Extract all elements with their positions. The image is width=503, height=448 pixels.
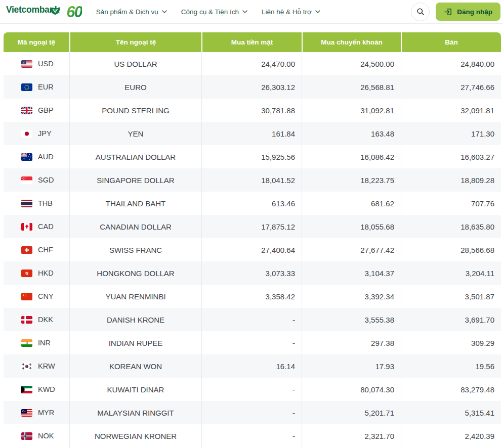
currency-code: INR <box>38 339 51 347</box>
rate-cash: - <box>201 424 302 447</box>
nav-item-label: Liên hệ & Hỗ trợ <box>262 8 312 16</box>
cn-flag-icon <box>21 293 32 300</box>
rate-cash: - <box>201 308 302 331</box>
in-flag-icon <box>21 339 32 347</box>
currency-name: DANISH KRONE <box>69 308 201 331</box>
dk-flag-icon <box>21 316 32 324</box>
rate-transfer: 80,074.30 <box>302 378 401 401</box>
rate-cash: 27,400.64 <box>201 238 302 261</box>
gb-flag-icon <box>21 107 32 114</box>
rate-transfer: 18,055.68 <box>302 215 401 238</box>
table-row: INR INDIAN RUPEE - 297.38 309.29 <box>4 331 501 354</box>
col-header-buy-cash: Mua tiền mặt <box>201 32 302 52</box>
kw-flag-icon <box>21 386 32 393</box>
rate-sell: 24,840.00 <box>401 52 501 75</box>
rate-transfer: 3,104.37 <box>302 261 401 285</box>
header-actions: Đăng nhập <box>411 3 500 21</box>
rate-transfer: 27,677.42 <box>302 238 401 261</box>
table-row: SGD SINGAPORE DOLLAR 18,041.52 18,223.75… <box>4 168 501 192</box>
currency-name: HONGKONG DOLLAR <box>69 261 201 285</box>
currency-code: KWD <box>38 385 55 393</box>
vietcombank-logo[interactable]: Vietcombank <box>6 6 59 18</box>
rate-cash: - <box>201 378 302 401</box>
rate-cash: - <box>201 401 302 424</box>
currency-cell: AUD <box>4 145 69 168</box>
currency-cell: KWD <box>4 378 69 401</box>
table-row: CNY YUAN RENMINBI 3,358.42 3,392.34 3,50… <box>4 285 501 308</box>
nav-item-tools[interactable]: Công cụ & Tiện ích <box>181 8 247 16</box>
login-icon <box>444 8 452 16</box>
currency-name: MALAYSIAN RINGGIT <box>69 401 201 424</box>
rate-sell: 19.56 <box>401 354 501 378</box>
currency-code: HKD <box>38 269 54 277</box>
currency-code: GBP <box>38 106 54 114</box>
rate-cash: 15,925.56 <box>201 145 302 168</box>
ca-flag-icon <box>21 223 32 231</box>
search-icon <box>416 8 425 16</box>
currency-code: EUR <box>38 83 54 91</box>
rate-cash: 16.14 <box>201 354 302 378</box>
kr-flag-icon <box>21 363 32 370</box>
jp-flag-icon <box>21 130 32 138</box>
currency-code: KRW <box>38 362 55 370</box>
table-row: THB THAILAND BAHT 613.46 681.62 707.76 <box>4 192 501 215</box>
rate-sell: 18,809.28 <box>401 168 501 192</box>
rate-sell: 3,691.70 <box>401 308 501 331</box>
rate-transfer: 2,321.70 <box>302 424 401 447</box>
rate-transfer: 681.62 <box>302 192 401 215</box>
nav-item-support[interactable]: Liên hệ & Hỗ trợ <box>262 8 320 16</box>
login-button-label: Đăng nhập <box>457 8 492 16</box>
rate-sell: 16,603.27 <box>401 145 501 168</box>
currency-code: JPY <box>38 129 52 138</box>
currency-name: US DOLLAR <box>69 52 201 75</box>
nav-item-label: Sản phẩm & Dịch vụ <box>96 8 158 16</box>
nav-item-products[interactable]: Sản phẩm & Dịch vụ <box>96 8 167 16</box>
rate-transfer: 31,092.81 <box>302 99 401 122</box>
col-header-currency-name: Tên ngoại tệ <box>69 32 201 52</box>
currency-code: MYR <box>38 409 54 417</box>
chevron-down-icon <box>162 10 167 13</box>
currency-cell: KRW <box>4 354 69 378</box>
rate-cash: 3,358.42 <box>201 285 302 308</box>
table-row: EUR EURO 26,303.12 26,568.81 27,746.66 <box>4 75 501 99</box>
rate-transfer: 26,568.81 <box>302 75 401 99</box>
currency-cell: MYR <box>4 401 69 424</box>
table-row: JPY YEN 161.84 163.48 171.30 <box>4 122 501 145</box>
rate-sell: 18,635.80 <box>401 215 501 238</box>
th-flag-icon <box>21 200 32 207</box>
login-button[interactable]: Đăng nhập <box>436 3 500 21</box>
col-header-sell: Bán <box>401 32 501 52</box>
rate-transfer: 3,392.34 <box>302 285 401 308</box>
currency-code: CNY <box>38 292 54 300</box>
currency-name: YEN <box>69 122 201 145</box>
currency-cell: DKK <box>4 308 69 331</box>
ch-flag-icon <box>21 246 32 254</box>
currency-name: CANADIAN DOLLAR <box>69 215 201 238</box>
rate-sell: 3,501.87 <box>401 285 501 308</box>
currency-cell: SGD <box>4 168 69 192</box>
rate-cash: 24,470.00 <box>201 52 302 75</box>
col-header-buy-transfer: Mua chuyển khoản <box>302 32 401 52</box>
main-nav: Sản phẩm & Dịch vụ Công cụ & Tiện ích Li… <box>96 8 320 16</box>
currency-cell: GBP <box>4 99 69 122</box>
currency-name: THAILAND BAHT <box>69 192 201 215</box>
no-flag-icon <box>21 432 32 440</box>
table-header-row: Mã ngoại tệ Tên ngoại tệ Mua tiền mặt Mu… <box>4 32 501 52</box>
rate-transfer: 17.93 <box>302 354 401 378</box>
currency-cell: NOK <box>4 424 69 447</box>
eu-flag-icon <box>21 83 32 91</box>
currency-cell: THB <box>4 192 69 215</box>
rate-transfer: 3,555.38 <box>302 308 401 331</box>
search-button[interactable] <box>411 3 430 21</box>
table-row: CAD CANADIAN DOLLAR 17,875.12 18,055.68 … <box>4 215 501 238</box>
anniversary-60-logo: 60 <box>66 0 81 24</box>
rate-sell: 3,204.11 <box>401 261 501 285</box>
chevron-down-icon <box>242 10 247 13</box>
rate-sell: 309.29 <box>401 331 501 354</box>
currency-code: CHF <box>38 246 53 254</box>
currency-code: AUD <box>38 153 54 161</box>
currency-name: YUAN RENMINBI <box>69 285 201 308</box>
rate-sell: 32,091.81 <box>401 99 501 122</box>
rate-sell: 27,746.66 <box>401 75 501 99</box>
currency-code: CAD <box>38 222 54 231</box>
